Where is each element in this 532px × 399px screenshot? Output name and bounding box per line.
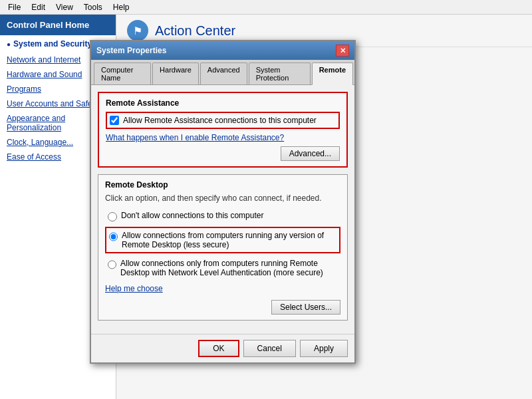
tab-system-protection[interactable]: System Protection <box>249 63 311 84</box>
select-users-button[interactable]: Select Users... <box>271 300 340 315</box>
radio-nla-only-input[interactable] <box>108 260 116 269</box>
action-center-title: Action Center <box>155 23 235 39</box>
tab-advanced[interactable]: Advanced <box>200 63 247 84</box>
radio-any-version-label: Allow connections from computers running… <box>122 231 336 249</box>
remote-assistance-checkbox-row: Allow Remote Assistance connections to t… <box>106 112 340 129</box>
dialog-buttons: OK Cancel Apply <box>91 334 354 362</box>
system-properties-dialog: System Properties ✕ Computer Name Hardwa… <box>90 40 356 364</box>
sidebar-header: Control Panel Home <box>0 15 116 35</box>
menu-edit[interactable]: Edit <box>26 1 51 13</box>
radio-no-connections-input[interactable] <box>108 212 117 221</box>
tab-hardware[interactable]: Hardware <box>152 63 199 84</box>
radio-any-version-input[interactable] <box>109 232 118 241</box>
apply-button[interactable]: Apply <box>300 340 348 357</box>
remote-assistance-advanced-button[interactable]: Advanced... <box>281 146 340 161</box>
dialog-close-button[interactable]: ✕ <box>336 45 349 57</box>
menu-view[interactable]: View <box>51 1 78 13</box>
allow-remote-assistance-label: Allow Remote Assistance connections to t… <box>123 116 317 125</box>
radio-nla-only-label: Allow connections only from computers ru… <box>120 259 338 277</box>
allow-remote-assistance-checkbox[interactable] <box>110 116 119 125</box>
cancel-button[interactable]: Cancel <box>243 340 296 357</box>
remote-desktop-group: Remote Desktop Click an option, and then… <box>98 174 348 321</box>
dialog-title: System Properties <box>96 46 166 55</box>
menu-file[interactable]: File <box>3 1 26 13</box>
remote-desktop-help-link[interactable]: Help me choose <box>105 284 340 293</box>
remote-desktop-description: Click an option, and then specify who ca… <box>105 194 340 203</box>
radio-any-version: Allow connections from computers running… <box>105 227 340 253</box>
tab-remote[interactable]: Remote <box>312 63 353 85</box>
dialog-content: Remote Assistance Allow Remote Assistanc… <box>91 85 354 334</box>
menu-help[interactable]: Help <box>108 1 135 13</box>
ok-button[interactable]: OK <box>198 340 239 357</box>
tab-computer-name[interactable]: Computer Name <box>94 63 151 84</box>
dialog-tabs: Computer Name Hardware Advanced System P… <box>91 60 354 85</box>
radio-no-connections: Don't allow connections to this computer <box>105 208 340 224</box>
remote-desktop-title: Remote Desktop <box>105 180 340 190</box>
menu-tools[interactable]: Tools <box>78 1 108 13</box>
remote-assistance-group: Remote Assistance Allow Remote Assistanc… <box>98 92 348 168</box>
remote-assistance-help-link[interactable]: What happens when I enable Remote Assist… <box>106 133 340 142</box>
dialog-titlebar: System Properties ✕ <box>91 41 354 60</box>
radio-nla-only: Allow connections only from computers ru… <box>105 256 340 280</box>
remote-assistance-title: Remote Assistance <box>106 98 340 108</box>
menubar: File Edit View Tools Help <box>0 0 532 15</box>
radio-no-connections-label: Don't allow connections to this computer <box>121 211 263 220</box>
action-center-icon: ⚑ <box>127 20 148 41</box>
